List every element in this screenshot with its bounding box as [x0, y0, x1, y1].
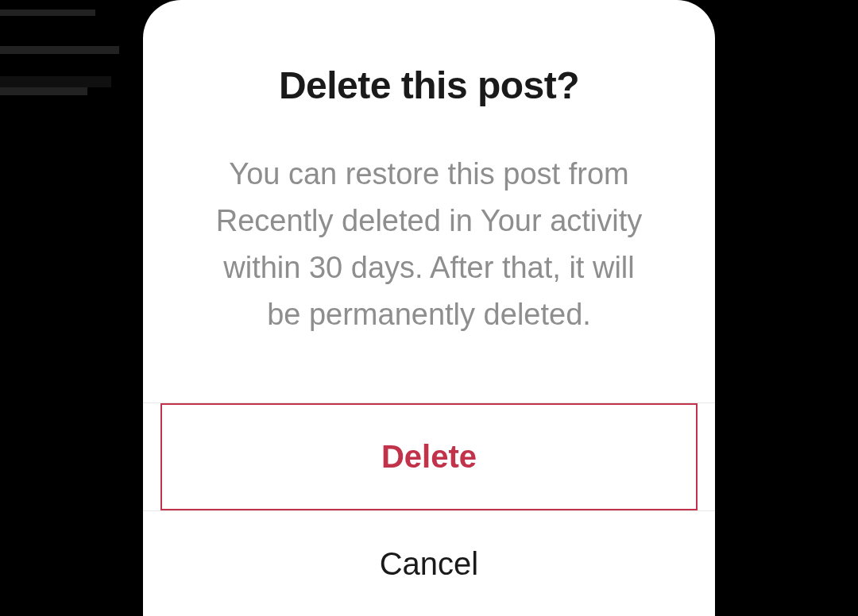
delete-button-row: Delete — [143, 402, 715, 510]
background-artifact — [0, 10, 95, 16]
dialog-actions: Delete Cancel — [143, 402, 715, 616]
dialog-content: Delete this post? You can restore this p… — [143, 0, 715, 386]
delete-post-dialog: Delete this post? You can restore this p… — [143, 0, 715, 616]
background-artifact — [0, 87, 87, 95]
cancel-button[interactable]: Cancel — [143, 510, 715, 616]
background-artifact — [0, 76, 111, 87]
delete-button[interactable]: Delete — [160, 403, 698, 510]
dialog-body: You can restore this post from Recently … — [203, 151, 655, 338]
dialog-title: Delete this post? — [203, 64, 655, 107]
background-artifact — [0, 46, 119, 54]
